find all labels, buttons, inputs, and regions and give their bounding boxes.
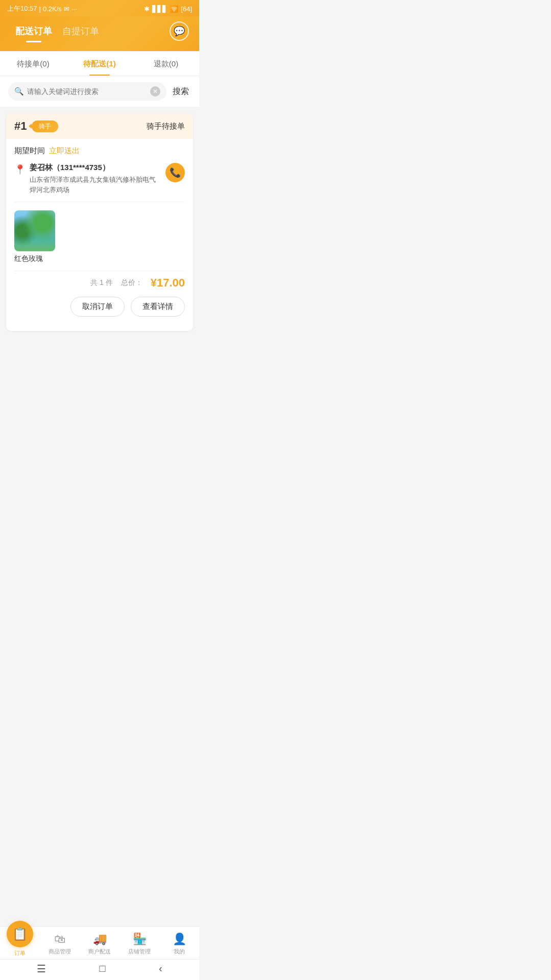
wifi-icon: 🛜 xyxy=(170,5,178,13)
tab-pending-delivery[interactable]: 待配送(1) xyxy=(66,51,133,76)
order-total-price: ¥17.00 xyxy=(151,276,185,290)
order-body: 期望时间 立即送出 📍 姜召林（131****4735） 山东省菏泽市成武县九女… xyxy=(6,139,193,331)
cancel-order-button[interactable]: 取消订单 xyxy=(70,297,125,317)
tab-pickup-order[interactable]: 自提订单 xyxy=(57,22,104,40)
tab-pending-accept[interactable]: 待接单(0) xyxy=(0,51,66,76)
customer-name: 姜召林（131****4735） xyxy=(30,163,161,173)
sub-tabs: 待接单(0) 待配送(1) 退款(0) xyxy=(0,51,199,76)
status-time: 上午10:57 xyxy=(7,4,37,13)
clear-icon[interactable]: ✕ xyxy=(150,86,160,97)
order-status: 骑手待接单 xyxy=(147,122,185,131)
search-button[interactable]: 搜索 xyxy=(171,86,191,97)
search-input-wrap: 🔍 ✕ xyxy=(8,82,166,101)
delivery-time-value: 立即送出 xyxy=(49,146,80,156)
product-image xyxy=(14,210,55,251)
view-detail-button[interactable]: 查看详情 xyxy=(131,297,185,317)
customer-info: 📍 姜召林（131****4735） 山东省菏泽市成武县九女集镇汽修补胎电气焊河… xyxy=(14,163,185,202)
product-image-inner xyxy=(14,210,55,251)
bluetooth-icon: ✱ xyxy=(144,5,150,13)
order-number: #1 xyxy=(14,119,27,133)
customer-address: 山东省菏泽市成武县九女集镇汽修补胎电气焊河北养鸡场 xyxy=(30,175,161,195)
delivery-time: 期望时间 立即送出 xyxy=(14,146,185,156)
header: 配送订单 自提订单 💬 xyxy=(0,16,199,51)
chat-button[interactable]: 💬 xyxy=(170,21,189,41)
order-badge: 骑手 xyxy=(32,121,58,132)
search-input[interactable] xyxy=(27,87,147,95)
chat-icon: 💬 xyxy=(174,26,185,37)
status-right: ✱ ▋▋▋ 🛜 [64] xyxy=(144,5,192,13)
order-summary: 共 1 件 总价： ¥17.00 xyxy=(14,271,185,297)
status-left: 上午10:57 | 0.2K/s ✉ ··· xyxy=(7,4,77,13)
mail-icon: ✉ xyxy=(64,5,69,13)
tab-refund[interactable]: 退款(0) xyxy=(133,51,199,76)
location-icon: 📍 xyxy=(14,164,26,175)
order-count: 共 1 件 xyxy=(90,278,113,288)
search-bar: 🔍 ✕ 搜索 xyxy=(0,76,199,107)
status-dots: ··· xyxy=(71,5,77,13)
signal-icon: ▋▋▋ xyxy=(152,5,167,13)
content: 待接单(0) 待配送(1) 退款(0) 🔍 ✕ 搜索 #1 骑手 骑手待接单 xyxy=(0,51,199,331)
customer-details: 姜召林（131****4735） 山东省菏泽市成武县九女集镇汽修补胎电气焊河北养… xyxy=(30,163,161,195)
delivery-time-label: 期望时间 xyxy=(14,146,45,156)
status-speed: 0.2K/s xyxy=(43,5,62,13)
product-detail: 红色玫瑰 xyxy=(14,210,55,264)
header-left: 配送订单 自提订单 xyxy=(10,22,104,40)
search-icon: 🔍 xyxy=(14,87,24,96)
status-bar: 上午10:57 | 0.2K/s ✉ ··· ✱ ▋▋▋ 🛜 [64] xyxy=(0,0,199,16)
order-number-section: #1 骑手 xyxy=(14,119,58,133)
order-card: #1 骑手 骑手待接单 期望时间 立即送出 📍 姜召林（131****4735）… xyxy=(6,113,193,331)
order-header: #1 骑手 骑手待接单 xyxy=(6,113,193,139)
phone-icon: 📞 xyxy=(170,167,181,178)
tab-delivery-order[interactable]: 配送订单 xyxy=(10,22,57,40)
phone-button[interactable]: 📞 xyxy=(165,163,185,182)
order-total-label: 总价： xyxy=(121,278,142,288)
status-network: | xyxy=(39,5,41,13)
product-name: 红色玫瑰 xyxy=(14,254,43,264)
product-item: 红色玫瑰 xyxy=(14,210,185,264)
action-buttons: 取消订单 查看详情 xyxy=(14,297,185,324)
battery-icon: [64] xyxy=(181,5,192,13)
product-section: 红色玫瑰 xyxy=(14,210,185,264)
